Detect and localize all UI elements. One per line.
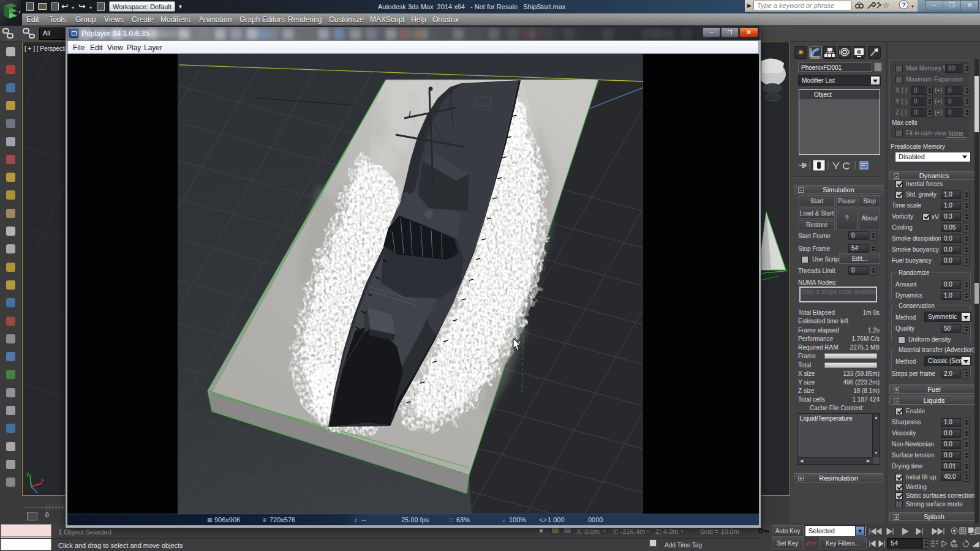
svg-text:x: x — [41, 477, 44, 483]
svg-text:y: y — [26, 471, 29, 477]
